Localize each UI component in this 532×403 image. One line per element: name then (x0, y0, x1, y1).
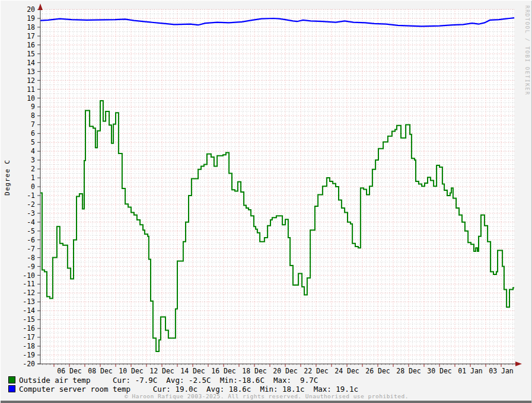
y-tick-label: -14 (23, 306, 35, 315)
y-tick-label: 0 (31, 183, 35, 191)
y-tick-labels: -20-19-18-17-16-15-14-13-12-11-10-9-8-7-… (23, 5, 35, 368)
y-tick-label: 12 (27, 76, 35, 85)
y-tick-label: -10 (23, 271, 35, 280)
y-tick-label: 11 (27, 85, 35, 94)
chart-canvas: -20-19-18-17-16-15-14-13-12-11-10-9-8-7-… (1, 1, 532, 403)
y-tick-label: -12 (23, 289, 35, 297)
y-tick-label: -11 (23, 280, 35, 288)
y-tick-label: 15 (27, 50, 35, 58)
y-tick-label: 18 (27, 23, 35, 31)
y-axis-arrow-icon (38, 4, 43, 10)
y-tick-label: 17 (27, 32, 35, 40)
x-tick-label: 26 Dec (365, 367, 390, 375)
y-tick-label: 2 (31, 165, 35, 173)
y-tick-label: -6 (27, 236, 35, 244)
rrdtool-graph: -20-19-18-17-16-15-14-13-12-11-10-9-8-7-… (0, 0, 532, 403)
x-tick-label: 24 Dec (335, 367, 359, 375)
x-tick-label: 01 Jan (458, 367, 483, 375)
y-tick-label: -16 (23, 324, 35, 332)
x-tick-label: 22 Dec (304, 367, 329, 375)
y-tick-label: -9 (27, 263, 35, 271)
y-tick-label: -3 (27, 209, 35, 218)
legend-row-outside-air: Outside air temp Cur: -7.9C Avg: -2.5C M… (8, 376, 318, 384)
server-room-swatch (8, 385, 15, 392)
x-tick-label: 06 Dec (57, 367, 82, 375)
y-axis-title: Degree C (4, 159, 11, 196)
y-tick-label: -5 (27, 227, 35, 235)
y-tick-label: 8 (31, 111, 35, 120)
y-tick-label: 5 (31, 138, 35, 146)
x-tick-label: 30 Dec (427, 367, 452, 375)
x-tick-label: 18 Dec (242, 367, 267, 375)
rrdtool-watermark: RRDTOOL / TOBI OETIKER (524, 5, 530, 95)
copyright-line: © Haroon Rafique 2003-2025. All rights r… (1, 393, 532, 399)
y-tick-label: -8 (27, 254, 35, 262)
y-tick-label: -17 (23, 333, 35, 341)
y-tick-label: -2 (27, 200, 35, 209)
x-tick-label: 20 Dec (273, 367, 298, 375)
x-tick-label: 03 Jan (489, 367, 514, 375)
legend-row-server-room: Computer server room temp Cur: 19.0c Avg… (8, 385, 358, 393)
y-tick-label: 7 (31, 120, 35, 129)
y-tick-label: -19 (23, 351, 35, 359)
y-tick-label: 4 (31, 147, 35, 155)
x-tick-label: 12 Dec (149, 367, 174, 375)
x-tick-labels: 06 Dec08 Dec10 Dec12 Dec14 Dec16 Dec18 D… (57, 367, 514, 375)
y-tick-label: -1 (27, 191, 35, 200)
y-tick-label: -15 (23, 315, 35, 324)
y-tick-label: -20 (23, 360, 35, 368)
x-tick-label: 10 Dec (119, 367, 144, 375)
x-axis-arrow-icon (515, 362, 522, 366)
y-tick-label: 1 (31, 174, 35, 182)
y-tick-label: 6 (31, 129, 35, 137)
outside-air-swatch (8, 376, 15, 383)
y-tick-label: 14 (27, 59, 35, 67)
legend-text-outside-air: Outside air temp Cur: -7.9C Avg: -2.5C M… (19, 376, 318, 385)
legend-text-server-room: Computer server room temp Cur: 19.0c Avg… (19, 385, 358, 394)
x-tick-label: 16 Dec (211, 367, 236, 375)
x-tick-label: 14 Dec (180, 367, 205, 375)
x-tick-label: 08 Dec (88, 367, 113, 375)
y-tick-label: 20 (27, 5, 35, 14)
x-tick-label: 28 Dec (396, 367, 421, 375)
y-tick-label: 13 (27, 68, 35, 76)
y-tick-label: -4 (27, 218, 35, 226)
y-tick-label: 3 (31, 156, 35, 164)
y-tick-label: 9 (31, 103, 35, 111)
y-tick-label: 19 (27, 14, 35, 23)
y-tick-label: 16 (27, 41, 35, 49)
y-tick-label: -13 (23, 298, 35, 306)
y-tick-label: -7 (27, 245, 35, 253)
y-tick-label: -18 (23, 342, 35, 350)
window-bottom-edge (1, 401, 532, 403)
y-tick-label: 10 (27, 94, 35, 103)
